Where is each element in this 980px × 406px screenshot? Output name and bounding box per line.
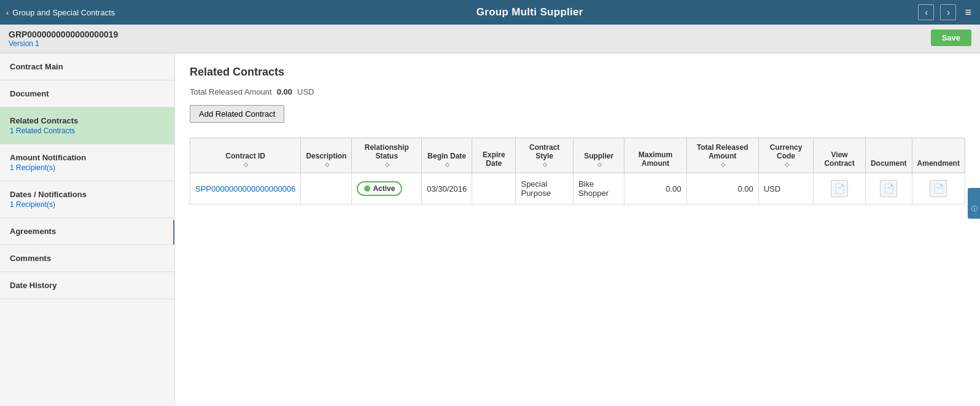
- next-button[interactable]: ›: [940, 4, 956, 20]
- top-bar: ‹ Group and Special Contracts Group Mult…: [0, 0, 980, 25]
- sort-icon-contract-style[interactable]: ◇: [543, 162, 547, 168]
- sidebar-item-related-contracts-label: Related Contracts: [10, 116, 165, 125]
- sidebar-item-agreements-label: Agreements: [10, 227, 165, 236]
- th-contract-style: Contract Style ◇: [516, 138, 573, 173]
- th-currency-code: Currency Code ◇: [758, 138, 814, 173]
- sort-icon-currency-code[interactable]: ◇: [785, 162, 789, 168]
- version-label: Version 1: [9, 39, 118, 48]
- cell-amendment: 📄: [912, 173, 965, 205]
- cell-total-released-amount: 0.00: [686, 173, 758, 205]
- contract-info: GRP0000000000000000019 Version 1: [9, 29, 118, 48]
- th-amendment: Amendment: [912, 138, 965, 173]
- section-title: Related Contracts: [190, 66, 965, 79]
- table-header-row: Contract ID ◇ Description ◇ Relationship…: [190, 138, 965, 173]
- amendment-button[interactable]: 📄: [930, 180, 947, 197]
- sidebar-item-document-label: Document: [10, 89, 165, 98]
- table-row: SPP0000000000000000006 Active 03/30/2016…: [190, 173, 965, 205]
- content-area: Related Contracts Total Released Amount …: [175, 53, 980, 406]
- sidebar-item-related-contracts-sub: 1 Related Contracts: [10, 127, 165, 135]
- main-layout: Contract Main Document Related Contracts…: [0, 53, 980, 406]
- th-document: Document: [865, 138, 912, 173]
- sidebar-item-related-contracts[interactable]: Related Contracts 1 Related Contracts: [0, 107, 174, 144]
- status-dot-icon: [364, 185, 370, 192]
- th-view-contract: View Contract: [814, 138, 866, 173]
- contract-id-link[interactable]: SPP0000000000000000006: [195, 184, 295, 193]
- cell-contract-style: Special Purpose: [516, 173, 573, 205]
- sidebar-item-dates-notifications-label: Dates / Notifications: [10, 190, 165, 199]
- cell-view-contract: 📄: [814, 173, 866, 205]
- contract-id-label: GRP0000000000000000019: [9, 29, 118, 39]
- cell-begin-date: 03/30/2016: [422, 173, 472, 205]
- cell-contract-id: SPP0000000000000000006: [190, 173, 301, 205]
- sidebar-item-agreements[interactable]: Agreements: [0, 218, 174, 245]
- page-title: Group Multi Supplier: [141, 6, 918, 18]
- sidebar-item-comments[interactable]: Comments: [0, 245, 174, 272]
- cell-description: [301, 173, 352, 205]
- sidebar-item-dates-notifications-sub: 1 Recipient(s): [10, 200, 165, 209]
- cell-currency-code: USD: [758, 173, 814, 205]
- total-released-row: Total Released Amount 0.00 USD: [190, 87, 965, 96]
- sub-header: GRP0000000000000000019 Version 1 Save: [0, 25, 980, 53]
- back-arrow-icon: ‹: [6, 8, 9, 17]
- total-released-label: Total Released Amount: [190, 87, 272, 96]
- sort-icon-contract-id[interactable]: ◇: [244, 162, 248, 168]
- cell-maximum-amount: 0.00: [624, 173, 686, 205]
- total-released-value: 0.00: [277, 87, 292, 96]
- add-related-contract-button[interactable]: Add Related Contract: [190, 105, 284, 123]
- sidebar-item-date-history[interactable]: Date History: [0, 272, 174, 299]
- notification-icon: ⓘ: [970, 200, 978, 206]
- total-released-currency: USD: [297, 87, 314, 96]
- view-contract-button[interactable]: 📄: [831, 180, 848, 197]
- menu-button[interactable]: ≡: [962, 5, 974, 20]
- sort-icon-supplier[interactable]: ◇: [597, 162, 602, 168]
- sidebar-item-contract-main[interactable]: Contract Main: [0, 53, 174, 80]
- document-button[interactable]: 📄: [880, 180, 897, 197]
- sidebar-item-amount-notification[interactable]: Amount Notification 1 Recipient(s): [0, 144, 174, 181]
- th-contract-id: Contract ID ◇: [190, 138, 301, 173]
- th-maximum-amount: Maximum Amount: [624, 138, 686, 173]
- sidebar-item-date-history-label: Date History: [10, 281, 165, 290]
- sidebar-item-document[interactable]: Document: [0, 80, 174, 107]
- status-label: Active: [373, 184, 395, 193]
- back-nav[interactable]: ‹ Group and Special Contracts: [6, 8, 141, 17]
- sidebar-item-contract-main-label: Contract Main: [10, 62, 165, 71]
- th-supplier: Supplier ◇: [573, 138, 624, 173]
- th-relationship-status: Relationship Status ◇: [352, 138, 422, 173]
- top-bar-controls: ‹ › ≡: [918, 4, 974, 20]
- right-notification-bar[interactable]: ⓘ: [968, 188, 980, 219]
- sort-icon-description[interactable]: ◇: [325, 162, 329, 168]
- th-total-released-amount: Total Released Amount ◇: [686, 138, 758, 173]
- th-description: Description ◇: [301, 138, 352, 173]
- sidebar-item-comments-label: Comments: [10, 254, 165, 263]
- related-contracts-table: Contract ID ◇ Description ◇ Relationship…: [190, 138, 965, 205]
- sort-icon-total-released[interactable]: ◇: [721, 162, 725, 168]
- th-expire-date: Expire Date: [472, 138, 516, 173]
- sort-icon-begin-date[interactable]: ◇: [445, 162, 449, 168]
- cell-expire-date: [472, 173, 516, 205]
- sidebar-item-amount-notification-label: Amount Notification: [10, 153, 165, 162]
- prev-button[interactable]: ‹: [918, 4, 934, 20]
- status-badge: Active: [357, 181, 402, 196]
- back-nav-label: Group and Special Contracts: [12, 8, 115, 17]
- sort-icon-relationship-status[interactable]: ◇: [385, 162, 389, 168]
- cell-supplier: Bike Shopper: [573, 173, 624, 205]
- sidebar-item-amount-notification-sub: 1 Recipient(s): [10, 163, 165, 172]
- save-button[interactable]: Save: [931, 29, 971, 46]
- th-begin-date: Begin Date ◇: [422, 138, 472, 173]
- cell-relationship-status: Active: [352, 173, 422, 205]
- cell-document: 📄: [865, 173, 912, 205]
- sidebar-item-dates-notifications[interactable]: Dates / Notifications 1 Recipient(s): [0, 181, 174, 218]
- sidebar: Contract Main Document Related Contracts…: [0, 53, 175, 406]
